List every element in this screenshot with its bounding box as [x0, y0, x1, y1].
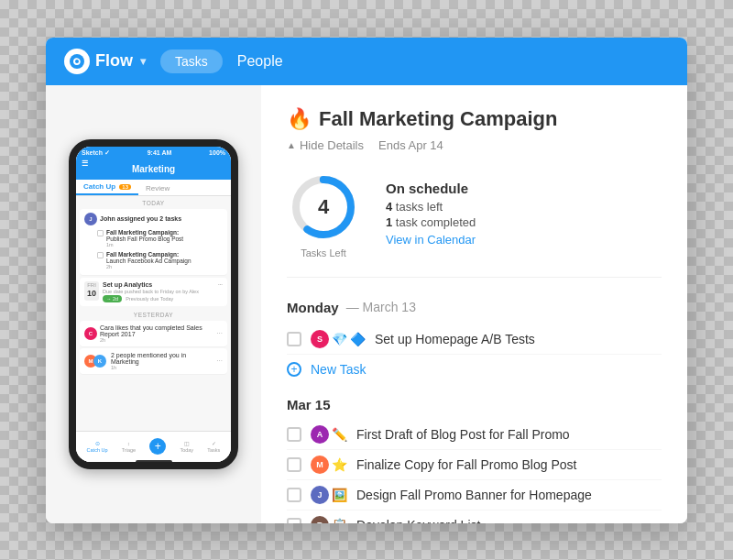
phone-tab-review[interactable]: Review — [138, 184, 177, 195]
tag-star: ⭐ — [332, 457, 347, 472]
stats-tasks-remaining: 4 tasks left — [386, 200, 476, 214]
phone-mockup: Sketch ✓ 9:41 AM 100% ☰ Marketing Catch … — [69, 139, 238, 469]
avatar-pink: S — [311, 330, 329, 348]
catchup-badge: 13 — [119, 184, 131, 190]
task1-checkbox[interactable] — [97, 230, 104, 236]
phone-nav: ☰ Marketing — [76, 159, 231, 180]
mar15-task2-checkbox[interactable] — [287, 457, 301, 472]
tag-diamond: 💎 — [332, 332, 347, 346]
task-row-mar15-3: J 🖼️ Design Fall Promo Banner for Homepa… — [287, 480, 662, 511]
monday-task1-checkbox[interactable] — [287, 332, 301, 346]
fri-desc: Due date pushed back to Friday on by Ale… — [103, 289, 223, 294]
new-task-label: New Task — [311, 362, 366, 377]
phone-wifi: Sketch ✓ — [82, 149, 110, 157]
fri-date-badge: FRI 10 — [84, 281, 99, 301]
stats-status: On schedule — [386, 181, 476, 196]
fri-date-num: 10 — [87, 289, 96, 300]
phone-bottom-triage[interactable]: ↕ Triage — [122, 441, 136, 453]
phone-notif-cara[interactable]: C Cara likes that you completed Sales Re… — [80, 321, 227, 347]
mar15-task3-avatars: J 🖼️ — [311, 486, 347, 504]
top-nav: Flow ▾ Tasks People — [46, 38, 687, 85]
hide-details-arrow: ▲ — [287, 140, 296, 150]
mar15-task1-avatars: A ✏️ — [311, 425, 347, 444]
phone-tabs: Catch Up 13 Review — [76, 180, 231, 196]
avatar-brown: R — [311, 516, 329, 523]
project-icon: 🔥 — [287, 107, 312, 131]
cara-avatar: C — [84, 327, 97, 340]
avatar-purple: A — [311, 425, 329, 444]
fri-task-name: Set up Analytics — [103, 281, 152, 288]
hide-details-label: Hide Details — [300, 138, 364, 152]
avatar-indigo: J — [311, 486, 329, 504]
task-row-mar15-2: M ⭐ Finalize Copy for Fall Promo Blog Po… — [287, 450, 662, 480]
donut-chart: 4 — [287, 170, 360, 244]
cara-time: 2h — [100, 337, 213, 343]
phone-bottom-bar: ⊙ Catch Up ↕ Triage + ◫ Today — [76, 431, 231, 462]
phone-bottom-today[interactable]: ◫ Today — [180, 441, 193, 453]
mar15-header: Mar 15 — [287, 397, 662, 412]
mar15-task2-name: Finalize Copy for Fall Promo Blog Post — [356, 457, 662, 472]
cara-notif-text: Cara likes that you completed Sales Repo… — [100, 324, 213, 337]
mar15-task2-avatars: M ⭐ — [311, 456, 347, 474]
phone-area: Sketch ✓ 9:41 AM 100% ☰ Marketing Catch … — [46, 85, 261, 523]
task1-time: 1m — [106, 242, 183, 247]
app-window: Flow ▾ Tasks People Sketch ✓ 9:41 AM 100… — [46, 38, 687, 523]
phone-add-button[interactable]: + — [149, 438, 166, 455]
project-title: Fall Marketing Campaign — [319, 107, 557, 131]
phone-tab-catchup[interactable]: Catch Up 13 — [76, 182, 138, 195]
new-task-row[interactable]: + New Task — [287, 355, 662, 384]
phone-fri-item[interactable]: FRI 10 Set up Analytics ··· Due date pus… — [80, 278, 227, 306]
stats-row: 4 Tasks Left On schedule 4 tasks left 1 … — [287, 170, 662, 278]
fri-badge: → 2d — [103, 295, 122, 302]
john-notif-text: John assigned you 2 tasks — [100, 215, 181, 222]
phone-bottom-tasks[interactable]: ✓ Tasks — [207, 441, 220, 453]
tasks-nav-button[interactable]: Tasks — [160, 49, 223, 73]
stats-tasks-completed: 1 task completed — [386, 215, 476, 229]
mar15-task4-name: Develop Keyword List — [356, 518, 662, 523]
task2-checkbox[interactable] — [97, 252, 104, 258]
mar15-task4-checkbox[interactable] — [287, 518, 301, 523]
main-content: Sketch ✓ 9:41 AM 100% ☰ Marketing Catch … — [46, 85, 687, 523]
task-row-mar15-4: R 📋 Develop Keyword List — [287, 511, 662, 523]
mention-avatar2: K — [93, 355, 106, 368]
tag-book: 📋 — [332, 518, 347, 523]
monday-task1-name: Set up Homepage A/B Tests — [375, 332, 662, 346]
hide-details-item[interactable]: ▲ Hide Details — [287, 138, 364, 152]
phone-screen: Sketch ✓ 9:41 AM 100% ☰ Marketing Catch … — [76, 147, 231, 462]
project-header: 🔥 Fall Marketing Campaign — [287, 107, 662, 131]
monday-date: — March 13 — [346, 300, 416, 314]
avatar-orange: M — [311, 456, 329, 474]
ends-label: Ends Apr 14 — [378, 138, 443, 152]
phone-status-bar: Sketch ✓ 9:41 AM 100% — [76, 147, 231, 159]
flow-dropdown-arrow[interactable]: ▾ — [140, 55, 146, 68]
task2-time: 2h — [106, 264, 191, 269]
mar15-task4-avatars: R 📋 — [311, 516, 347, 523]
mar15-task3-checkbox[interactable] — [287, 488, 301, 502]
phone-notif-mention[interactable]: M K 2 people mentioned you in Marketing … — [80, 348, 227, 375]
phone-notif-john[interactable]: J John assigned you 2 tasks Fall Marketi… — [80, 209, 227, 276]
phone-task-item-2: Fall Marketing Campaign: Launch Facebook… — [84, 249, 223, 271]
task1-sub: Publish Fall Promo Blog Post — [106, 236, 183, 242]
phone-time: 9:41 AM — [148, 149, 172, 156]
task-row-mar15-1: A ✏️ First Draft of Blog Post for Fall P… — [287, 420, 662, 450]
nav-logo[interactable]: Flow ▾ — [64, 49, 146, 74]
stats-text: On schedule 4 tasks left 1 task complete… — [386, 181, 476, 247]
mar15-task3-name: Design Fall Promo Banner for Homepage — [356, 488, 662, 502]
mention-text: 2 people mentioned you in Marketing — [111, 352, 213, 365]
fri-prev: Previously due Today — [126, 296, 173, 302]
new-task-plus[interactable]: + — [287, 362, 301, 377]
project-meta: ▲ Hide Details Ends Apr 14 — [287, 138, 662, 152]
task1-title: Fall Marketing Campaign: — [106, 229, 183, 236]
view-calendar-link[interactable]: View in Calendar — [386, 233, 476, 247]
mar15-task1-checkbox[interactable] — [287, 427, 301, 442]
phone-bottom-catchup[interactable]: ⊙ Catch Up — [87, 441, 108, 453]
tag-image: 🖼️ — [332, 488, 347, 502]
people-nav-button[interactable]: People — [237, 53, 283, 70]
task2-title: Fall Marketing Campaign: — [106, 251, 191, 258]
phone-battery: 100% — [209, 149, 225, 156]
flow-title: Flow — [95, 51, 133, 71]
phone-nav-title: Marketing — [132, 164, 175, 174]
monday-label: Monday — [287, 300, 339, 315]
phone-home-indicator — [136, 460, 172, 464]
tasks-left-label: Tasks Left — [287, 247, 360, 258]
